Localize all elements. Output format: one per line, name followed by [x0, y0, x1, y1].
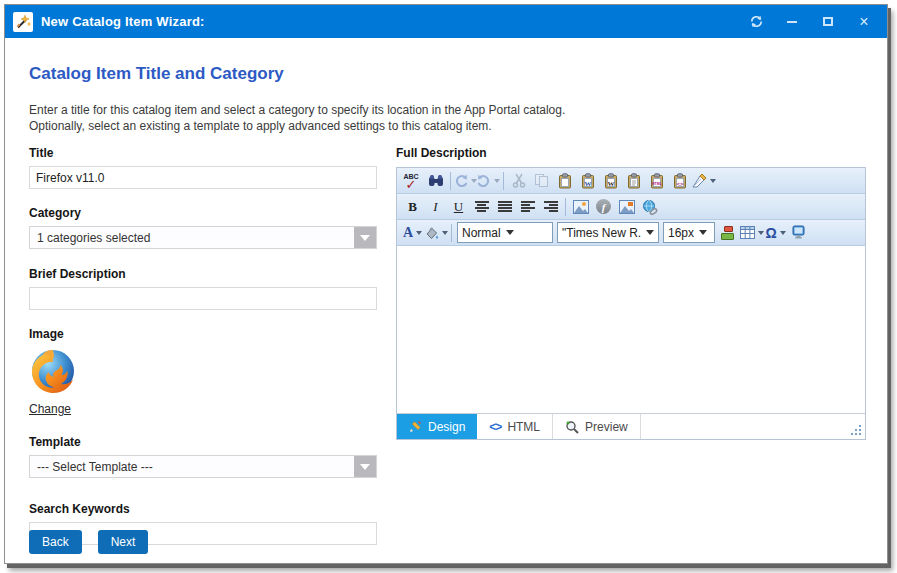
format-stripper-icon[interactable] [691, 170, 716, 191]
back-button[interactable]: Back [29, 530, 82, 554]
special-character-icon[interactable]: Ω [764, 222, 787, 243]
intro-line-1: Enter a title for this catalog item and … [29, 102, 565, 118]
chevron-down-icon [506, 230, 514, 235]
chevron-down-icon [699, 230, 707, 235]
maximize-button[interactable] [813, 10, 843, 34]
bold-glyph: B [408, 199, 417, 215]
cut-icon[interactable] [507, 170, 530, 191]
minimize-icon [787, 21, 797, 23]
change-image-link[interactable]: Change [29, 402, 71, 416]
italic-glyph: I [433, 199, 437, 215]
full-description-section: Full Description ABC ✓ [396, 146, 866, 440]
paste-from-word-icon[interactable]: W [576, 170, 599, 191]
align-center-icon[interactable] [470, 196, 493, 217]
minimize-button[interactable] [777, 10, 807, 34]
intro-line-2: Optionally, select an existing a templat… [29, 118, 565, 134]
close-button[interactable]: × [849, 10, 879, 34]
editor-mode-tabs: Design <> HTML Prev [397, 414, 865, 439]
window-title: New Catalog Item Wizard: [41, 14, 205, 29]
tab-preview[interactable]: Preview [553, 414, 641, 439]
category-dropdown-button[interactable] [354, 227, 376, 248]
template-label: Template [29, 435, 377, 449]
magnifier-icon [565, 420, 579, 434]
font-name-combo[interactable]: "Times New R... [557, 222, 659, 243]
title-label: Title [29, 146, 377, 160]
search-keywords-label: Search Keywords [29, 502, 377, 516]
next-button[interactable]: Next [98, 530, 149, 554]
copy-icon[interactable] [530, 170, 553, 191]
font-size-value: 16px [668, 226, 694, 240]
paste-markup-icon[interactable]: <> [668, 170, 691, 191]
undo-icon[interactable] [454, 170, 477, 191]
title-input[interactable] [29, 166, 377, 189]
font-color-caret[interactable] [416, 231, 422, 235]
template-dropdown[interactable]: --- Select Template --- [29, 455, 377, 478]
page-title: Catalog Item Title and Category [29, 64, 284, 84]
hyperlink-manager-icon[interactable] [638, 196, 661, 217]
paste-plain-text-icon[interactable] [622, 170, 645, 191]
category-dropdown[interactable]: 1 categories selected [29, 226, 377, 249]
intro-text: Enter a title for this catalog item and … [29, 102, 565, 134]
align-left-icon[interactable] [516, 196, 539, 217]
category-label: Category [29, 206, 377, 220]
refresh-icon[interactable] [741, 10, 771, 34]
flash-glyph: f [596, 199, 611, 214]
bold-icon[interactable]: B [401, 196, 424, 217]
close-icon: × [859, 14, 868, 30]
background-color-icon[interactable] [424, 222, 448, 243]
editor-toolbar-row-1: ABC ✓ [397, 168, 865, 194]
svg-text:HTML: HTML [652, 182, 663, 186]
chevron-down-icon [646, 230, 654, 235]
wizard-window: New Catalog Item Wizard: × Catalog Item … [4, 4, 888, 564]
brief-description-input[interactable] [29, 287, 377, 310]
category-value: 1 categories selected [30, 231, 150, 245]
spellcheck-checkmark: ✓ [406, 177, 417, 192]
spellcheck-icon[interactable]: ABC ✓ [401, 170, 424, 191]
template-value: --- Select Template --- [30, 460, 153, 474]
editor-content-area[interactable] [397, 246, 865, 414]
module-manager-icon[interactable] [717, 222, 740, 243]
redo-dropdown-caret[interactable] [494, 179, 500, 183]
tab-preview-label: Preview [585, 420, 628, 434]
redo-icon[interactable] [477, 170, 500, 191]
paste-as-html-icon[interactable]: HTML [645, 170, 668, 191]
tab-design-label: Design [428, 420, 465, 434]
resize-grip[interactable] [850, 424, 862, 436]
svg-text:W: W [607, 180, 614, 188]
image-manager-icon[interactable] [569, 196, 592, 217]
pencil-icon [409, 420, 422, 433]
paste-word-cleaner-icon[interactable]: W [599, 170, 622, 191]
insert-table-icon[interactable] [740, 222, 764, 243]
brief-description-label: Brief Description [29, 267, 377, 281]
underline-icon[interactable]: U [447, 196, 470, 217]
svg-text:W: W [584, 180, 591, 188]
wizard-footer: Back Next [29, 530, 148, 554]
flash-manager-icon[interactable]: f [592, 196, 615, 217]
full-description-label: Full Description [396, 146, 866, 160]
image-label: Image [29, 327, 377, 341]
svg-text:<>: <> [676, 180, 682, 186]
chevron-down-icon [360, 235, 370, 241]
font-color-glyph: A [403, 226, 413, 240]
font-size-combo[interactable]: 16px [663, 222, 715, 243]
find-icon[interactable] [424, 170, 447, 191]
chevron-down-icon [360, 464, 370, 470]
wizard-content: Catalog Item Title and Category Enter a … [5, 38, 887, 563]
italic-icon[interactable]: I [424, 196, 447, 217]
font-color-icon[interactable]: A [401, 222, 424, 243]
paste-icon[interactable] [553, 170, 576, 191]
media-manager-icon[interactable] [615, 196, 638, 217]
underline-glyph: U [454, 199, 463, 215]
align-right-icon[interactable] [539, 196, 562, 217]
tab-design[interactable]: Design [397, 414, 477, 439]
special-character-caret[interactable] [780, 231, 786, 235]
tab-html[interactable]: <> HTML [477, 414, 553, 439]
format-stripper-caret[interactable] [710, 179, 716, 183]
background-color-caret[interactable] [442, 231, 448, 235]
wizard-app-icon [13, 12, 33, 32]
code-icon: <> [489, 420, 501, 434]
justify-icon[interactable] [493, 196, 516, 217]
paragraph-style-combo[interactable]: Normal [457, 222, 553, 243]
system-module-icon[interactable] [787, 222, 810, 243]
template-dropdown-button[interactable] [354, 456, 376, 477]
